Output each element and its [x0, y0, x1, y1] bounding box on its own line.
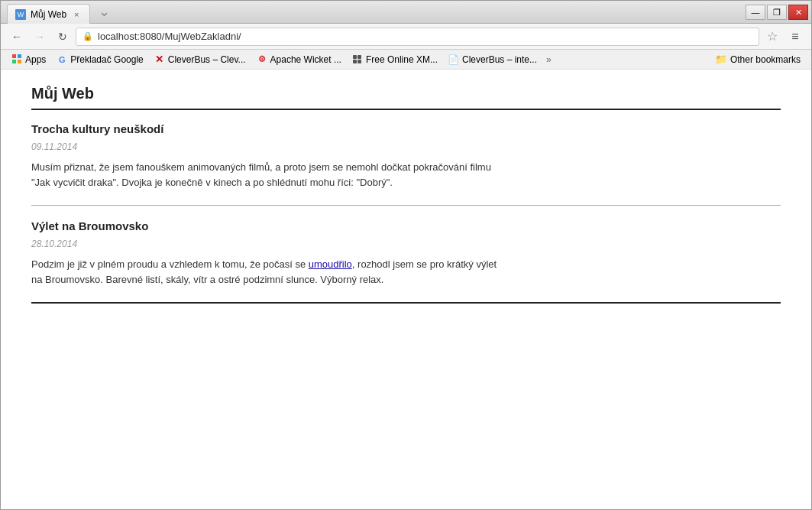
bookmark-google-translate[interactable]: G Překladač Google — [52, 53, 147, 67]
article-2-title: Výlet na Broumovsko — [31, 219, 781, 232]
title-bar: W Můj Web × ⌄ — ❐ ✕ — [1, 1, 811, 24]
bookmark-xmltool-label: Free Online XM... — [366, 54, 438, 65]
bookmark-cleverbus1[interactable]: ✕ CleverBus – Clev... — [150, 53, 251, 67]
article-1: Trocha kultury neuškodí 09.11.2014 Musím… — [31, 122, 781, 190]
bookmark-cleverbus2-label: CleverBus – inte... — [462, 54, 537, 65]
tab-bar: W Můj Web × ⌄ — [4, 0, 118, 23]
page-title: Můj Web — [31, 85, 781, 110]
bookmark-apache-label: Apache Wicket ... — [270, 54, 341, 65]
article-1-title: Trocha kultury neuškodí — [31, 122, 781, 135]
new-tab-button[interactable]: ⌄ — [93, 4, 115, 19]
close-button[interactable]: ✕ — [788, 5, 808, 20]
nav-bar: ← → ↻ 🔒 localhost:8080/MujWebZakladni/ ☆… — [1, 24, 811, 50]
menu-button[interactable]: ≡ — [785, 27, 805, 47]
bottom-separator — [31, 302, 781, 304]
url-text: localhost:8080/MujWebZakladni/ — [98, 31, 241, 42]
bookmarks-more: » — [543, 54, 555, 65]
maximize-button[interactable]: ❐ — [767, 5, 787, 20]
article-1-body: Musím přiznat, že jsem fanouškem animova… — [31, 160, 497, 190]
svg-rect-7 — [357, 60, 361, 63]
tab-label: Můj Web — [31, 9, 66, 20]
bookmarks-bar: Apps G Překladač Google ✕ CleverBus – Cl… — [1, 50, 811, 70]
svg-rect-1 — [18, 54, 21, 58]
svg-rect-5 — [357, 55, 361, 59]
apache-icon: ⚙ — [257, 54, 267, 65]
article-2-link[interactable]: umoudřilo — [309, 258, 352, 270]
refresh-button[interactable]: ↻ — [53, 27, 73, 47]
tab-favicon: W — [15, 9, 26, 20]
back-button[interactable]: ← — [7, 27, 27, 47]
bookmark-google-translate-label: Překladač Google — [70, 54, 143, 65]
svg-rect-0 — [12, 54, 16, 58]
bookmark-apps-label: Apps — [25, 54, 46, 65]
xmltool-icon — [352, 54, 363, 65]
address-bar[interactable]: 🔒 localhost:8080/MujWebZakladni/ — [76, 28, 759, 46]
svg-rect-2 — [12, 60, 16, 63]
window-controls: — ❐ ✕ — [746, 5, 808, 20]
page-content[interactable]: Můj Web Trocha kultury neuškodí 09.11.20… — [1, 70, 811, 509]
article-separator-1 — [31, 205, 781, 206]
bookmark-xmltool[interactable]: Free Online XM... — [348, 53, 442, 67]
google-translate-icon: G — [57, 54, 67, 65]
bookmark-apps[interactable]: Apps — [7, 53, 50, 67]
browser-window: W Můj Web × ⌄ — ❐ ✕ ← → ↻ 🔒 localhost:80… — [0, 0, 812, 510]
article-2-body: Podzim je již v plném proudu a vzhledem … — [31, 257, 497, 287]
apps-icon — [11, 54, 22, 65]
article-2-date: 28.10.2014 — [31, 239, 781, 249]
other-bookmarks-label: Other bookmarks — [730, 54, 801, 65]
tab-close-button[interactable]: × — [71, 9, 82, 20]
article-1-date: 09.11.2014 — [31, 141, 781, 152]
star-button[interactable]: ☆ — [762, 27, 782, 47]
address-icon: 🔒 — [82, 31, 93, 41]
cleverbus1-icon: ✕ — [154, 54, 165, 65]
bookmark-cleverbus1-label: CleverBus – Clev... — [168, 54, 246, 65]
article-2: Výlet na Broumovsko 28.10.2014 Podzim je… — [31, 219, 781, 287]
bookmark-apache[interactable]: ⚙ Apache Wicket ... — [252, 53, 346, 67]
active-tab[interactable]: W Můj Web × — [7, 4, 90, 24]
minimize-button[interactable]: — — [746, 5, 765, 20]
svg-rect-6 — [353, 60, 357, 63]
svg-rect-3 — [18, 60, 21, 63]
forward-button[interactable]: → — [30, 27, 50, 47]
folder-icon: 📁 — [715, 54, 727, 65]
cleverbus2-icon: 📄 — [448, 54, 459, 65]
bookmark-cleverbus2[interactable]: 📄 CleverBus – inte... — [444, 53, 542, 67]
other-bookmarks[interactable]: 📁 Other bookmarks — [710, 52, 805, 67]
svg-rect-4 — [353, 55, 357, 59]
